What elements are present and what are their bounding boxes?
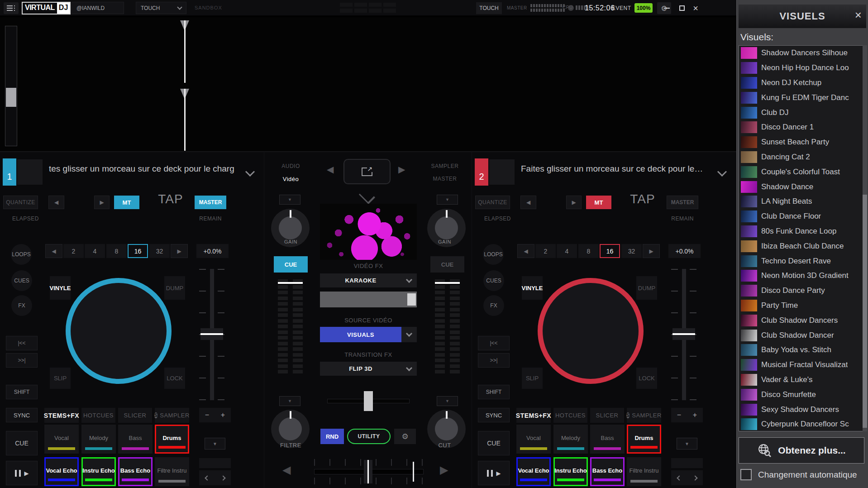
pad-bank-arrows[interactable] [671,470,703,485]
video-preview[interactable] [320,204,417,260]
stem-pad-bass[interactable]: Bass [590,425,625,454]
pad-bank-arrows[interactable] [199,470,231,485]
pad-dropdown-button[interactable]: ▼ [205,438,225,450]
tab-video[interactable]: Vidéo [264,176,317,182]
next-track-button[interactable]: >>| [6,353,38,368]
visual-item[interactable]: Neon DJ Ketchup [739,76,864,91]
vinyle-button[interactable]: VINYLE [522,276,543,300]
plus-button[interactable]: + [215,408,231,422]
tab-slicer[interactable]: SLICER [590,408,624,423]
pitch-fader[interactable] [199,269,224,400]
fx-button[interactable]: FX [11,295,32,316]
loop-size-4[interactable]: 4 [557,244,577,258]
tab-stems-fx[interactable]: STEMS+FX [516,408,551,423]
tab-hotcues[interactable]: HOTCUES [553,408,587,423]
visual-item[interactable]: Club DJ [739,105,864,120]
waveform-zoom-slider[interactable] [5,26,17,146]
tab-sampler-preview[interactable]: SAMPLER [417,163,472,169]
crossfader-left-icon[interactable]: ◀ [282,464,291,476]
prev-track-button[interactable]: |<< [478,336,510,350]
video-fx-slider[interactable] [320,292,417,307]
tab-master-preview[interactable]: MASTER [417,176,472,182]
visual-item[interactable]: Baby Yoda vs. Stitch [739,343,864,358]
account-button[interactable]: @IANWILD [72,2,124,14]
chevron-down-icon[interactable] [401,273,417,287]
visual-item[interactable]: Cyberpunk Dancefloor Sc [739,417,864,431]
pad-page-stepper[interactable]: − + [671,408,703,422]
loop-size-8[interactable]: 8 [106,244,127,258]
stem-pad-bass[interactable]: Bass [118,425,153,454]
master-button[interactable]: MASTER [667,196,698,209]
play-pause-button[interactable]: ▶ [6,461,38,485]
pad-blank-button[interactable] [671,458,703,468]
visual-item[interactable]: Club Shadow Dancer [739,328,864,343]
sync-button[interactable]: SYNC [6,408,38,422]
fx-pad-bass-echo[interactable]: Bass Echo [590,457,625,486]
visual-item[interactable]: 80s Funk Dance Loop [739,224,864,239]
waveform-zoom-thumb[interactable] [6,88,16,107]
skin-dropdown[interactable]: TOUCH [136,2,186,14]
video-prev-button[interactable]: ◀ [327,164,334,175]
cues-button[interactable]: CUES [11,270,32,291]
visual-item[interactable]: Club Dance Floor [739,209,864,224]
pitch-fader-handle[interactable] [200,328,223,340]
cut-options-dropdown[interactable]: ▼ [437,396,458,406]
maximize-button[interactable] [676,2,688,14]
get-more-button[interactable]: Obtenez plus... [739,437,864,464]
dump-button[interactable]: DUMP [164,276,185,300]
pitch-fader-handle[interactable] [672,328,695,340]
stem-pad-drums[interactable]: Drums [155,425,189,454]
chevron-down-icon[interactable] [401,327,417,342]
crossfader-right-icon[interactable]: ▶ [440,464,448,476]
visuals-scrollbar[interactable] [863,45,867,431]
cue-headphone-ch1[interactable]: CUE [274,256,308,273]
lock-button[interactable]: LOCK [636,368,657,389]
event-button[interactable]: EVENT [612,5,631,11]
loop-double-button[interactable]: ▶ [171,244,188,258]
video-crossfader-thumb[interactable] [364,391,373,411]
tab-stems-fx[interactable]: STEMS+FX [44,408,79,423]
visual-item[interactable]: Ibiza Beach Club Dance [739,239,864,254]
loop-size-16[interactable]: 16 [600,244,620,258]
mt-button[interactable]: MT [114,196,139,209]
play-pause-button[interactable]: ▶ [478,461,510,485]
bank-left-button[interactable] [671,470,687,485]
collapse-chevron-icon[interactable] [359,188,375,204]
mt-button[interactable]: MT [586,196,611,209]
channel1-options-dropdown[interactable]: ▼ [279,195,300,205]
visual-item[interactable]: Party Time [739,298,864,313]
slip-button[interactable]: SLIP [522,368,543,389]
beat-forward-button[interactable]: ▶ [94,196,110,209]
beat-back-button[interactable]: ◀ [48,196,64,209]
visual-item[interactable]: Sunset Beach Party [739,135,864,150]
loop-size-2[interactable]: 2 [63,244,84,258]
tab-sampler[interactable]: S SAMPLER [155,408,189,423]
loop-size-32[interactable]: 32 [621,244,642,258]
bank-left-button[interactable] [199,470,215,485]
loop-double-button[interactable]: ▶ [643,244,660,258]
pad-blank-button[interactable] [199,458,231,468]
cue-button[interactable]: CUE [6,431,38,455]
fx-pad-instru-echo[interactable]: Instru Echo [81,457,116,486]
fx-pad-bass-echo[interactable]: Bass Echo [118,457,153,486]
visual-item[interactable]: Vader & Luke's [739,373,864,388]
beat-back-button[interactable]: ◀ [520,196,536,209]
jog-wheel[interactable] [66,278,172,384]
visual-item[interactable]: Disco Smurfette [739,387,864,402]
loop-size-2[interactable]: 2 [535,244,556,258]
video-source-dropdown[interactable]: VISUALS [320,327,417,342]
loop-size-4[interactable]: 4 [85,244,105,258]
stem-pad-vocal[interactable]: Vocal [44,425,79,454]
fx-button[interactable]: FX [483,295,504,316]
tap-button[interactable]: TAP [626,192,659,206]
visual-item[interactable]: Disco Dancer 1 [739,120,864,135]
bank-right-button[interactable] [215,470,231,485]
tab-audio[interactable]: AUDIO [264,163,317,169]
beat-forward-button[interactable]: ▶ [566,196,582,209]
visual-item[interactable]: Disco Dance Party [739,283,864,298]
visual-item[interactable]: Musical Fractal Visualizat [739,358,864,373]
visual-item[interactable]: Sexy Shadow Dancers [739,402,864,417]
pitch-value-button[interactable]: +0.0% [196,244,229,258]
stem-pad-melody[interactable]: Melody [553,425,588,454]
tap-button[interactable]: TAP [154,192,187,206]
